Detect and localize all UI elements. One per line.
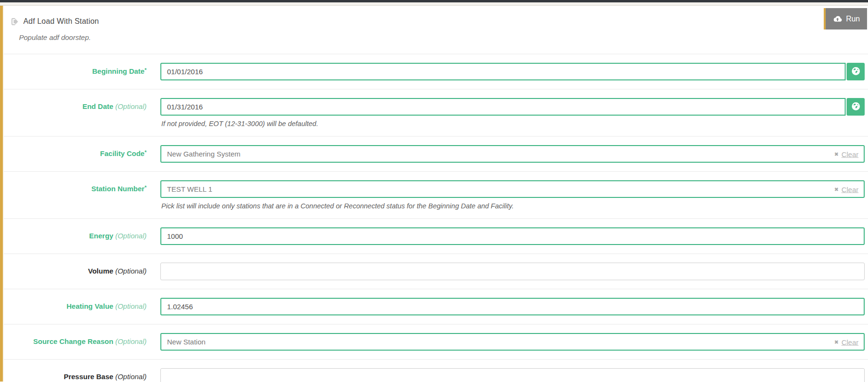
- form-row-energy: Energy(Optional): [4, 218, 868, 254]
- form-row-beginning-date: Beginning Date*: [4, 54, 868, 89]
- page-title: Adf Load With Station: [23, 17, 99, 26]
- field-label-text: Energy: [89, 232, 113, 240]
- form-row-heating-value: Heating Value(Optional): [4, 289, 868, 324]
- globe-icon: [851, 102, 860, 112]
- x-icon: ✖: [834, 186, 838, 192]
- field-helper-text: Pick list will include only stations tha…: [160, 202, 865, 210]
- field-label: Volume(Optional): [88, 267, 147, 275]
- globe-icon: [851, 67, 860, 77]
- field-label: Station Number*: [91, 185, 147, 193]
- optional-marker: (Optional): [115, 372, 147, 381]
- clear-button[interactable]: ✖ Clear: [834, 338, 858, 346]
- field-label-text: Pressure Base: [64, 372, 113, 381]
- field-helper-text: If not provided, EOT (12-31-3000) will b…: [160, 120, 865, 127]
- optional-marker: (Optional): [115, 337, 147, 345]
- facility-code-input[interactable]: [160, 145, 865, 163]
- clear-label: Clear: [841, 150, 858, 158]
- field-label: Heating Value(Optional): [67, 302, 147, 310]
- run-button-label: Run: [846, 15, 860, 23]
- field-label-text: Station Number: [91, 185, 145, 193]
- field-label-text: Heating Value: [67, 302, 113, 310]
- clear-button[interactable]: ✖ Clear: [834, 185, 858, 193]
- field-label: Beginning Date*: [92, 67, 147, 75]
- required-asterisk: *: [145, 149, 147, 155]
- task-panel: Adf Load With Station Populate adf doors…: [0, 6, 868, 382]
- field-label-text: Beginning Date: [92, 67, 145, 75]
- field-label-text: Facility Code: [100, 149, 144, 157]
- clear-label: Clear: [841, 338, 858, 346]
- required-asterisk: *: [145, 67, 147, 73]
- top-strip: [0, 2, 868, 6]
- form-row-volume: Volume(Optional): [4, 254, 868, 289]
- calendar-globe-button[interactable]: [847, 63, 865, 80]
- form-row-station-number: Station Number* ✖ Clear: [4, 171, 868, 218]
- panel-header: Adf Load With Station Populate adf doors…: [4, 6, 868, 54]
- field-label-text: End Date: [82, 102, 113, 110]
- end-date-input[interactable]: [160, 98, 846, 116]
- optional-marker: (Optional): [115, 267, 147, 275]
- clear-label: Clear: [841, 185, 858, 193]
- form: Beginning Date*: [4, 54, 868, 382]
- field-label: Energy(Optional): [89, 232, 147, 240]
- field-label: Pressure Base(Optional): [64, 372, 147, 381]
- sign-out-icon: [10, 18, 19, 26]
- optional-marker: (Optional): [115, 232, 147, 240]
- optional-marker: (Optional): [115, 102, 147, 110]
- station-number-input[interactable]: [160, 180, 865, 198]
- field-label: Facility Code*: [100, 149, 147, 157]
- calendar-globe-button[interactable]: [847, 98, 865, 116]
- form-row-facility-code: Facility Code* ✖ Clear: [4, 136, 868, 171]
- cloud-upload-icon: [833, 16, 842, 22]
- field-label: End Date(Optional): [82, 102, 147, 110]
- field-label-text: Source Change Reason: [33, 337, 113, 345]
- source-change-reason-input[interactable]: [160, 333, 865, 351]
- field-label-text: Volume: [88, 267, 113, 275]
- heating-value-input[interactable]: [160, 298, 865, 315]
- energy-input[interactable]: [160, 227, 865, 245]
- x-icon: ✖: [834, 151, 838, 157]
- pressure-base-input[interactable]: [160, 368, 865, 382]
- page-subtitle: Populate adf doorstep.: [19, 33, 868, 41]
- run-button[interactable]: Run: [824, 8, 867, 29]
- field-label: Source Change Reason(Optional): [33, 337, 147, 345]
- optional-marker: (Optional): [115, 302, 147, 310]
- form-row-end-date: End Date(Optional): [4, 89, 868, 136]
- beginning-date-input[interactable]: [160, 63, 846, 80]
- volume-input[interactable]: [160, 263, 865, 280]
- form-row-source-change-reason: Source Change Reason(Optional) ✖ Clear: [4, 324, 868, 359]
- required-asterisk: *: [145, 185, 147, 190]
- x-icon: ✖: [834, 339, 838, 345]
- clear-button[interactable]: ✖ Clear: [834, 150, 858, 158]
- form-row-pressure-base: Pressure Base(Optional): [4, 359, 868, 382]
